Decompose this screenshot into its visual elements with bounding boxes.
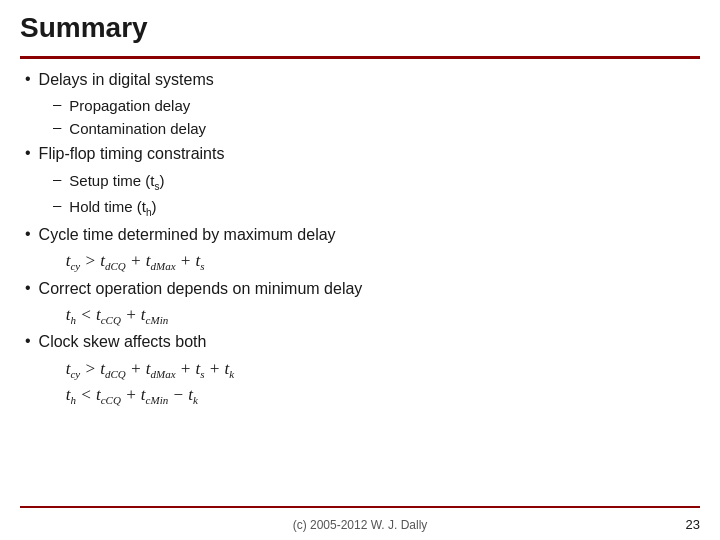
bullet-symbol-4: •	[25, 279, 31, 297]
sub-item-2-1: – Setup time (ts)	[53, 170, 700, 194]
bullet-text-4: Correct operation depends on minimum del…	[39, 278, 363, 300]
bullet-text-2: Flip-flop timing constraints	[39, 143, 225, 165]
footer: (c) 2005-2012 W. J. Dally	[0, 518, 720, 532]
copyright-text: (c) 2005-2012 W. J. Dally	[293, 518, 428, 532]
slide: Summary • Delays in digital systems – Pr…	[0, 0, 720, 540]
formula-5b: th < tcCQ + tcMin − tk	[53, 385, 700, 406]
dash-2-1: –	[53, 170, 61, 187]
bottom-divider	[20, 506, 700, 508]
bullet-4: • Correct operation depends on minimum d…	[25, 278, 700, 300]
dash-2-2: –	[53, 196, 61, 213]
sub-text-2-2: Hold time (th)	[69, 196, 156, 220]
bullet-text-1: Delays in digital systems	[39, 69, 214, 91]
sub-item-1-1: – Propagation delay	[53, 95, 700, 116]
bullet-5: • Clock skew affects both	[25, 331, 700, 353]
formula-3: tcy > tdCQ + tdMax + ts	[53, 251, 700, 272]
bullet-text-5: Clock skew affects both	[39, 331, 207, 353]
slide-content: • Delays in digital systems – Propagatio…	[20, 69, 700, 407]
formula-5b-text: th < tcCQ + tcMin − tk	[66, 385, 198, 406]
slide-title: Summary	[20, 12, 700, 50]
sub-item-1-2: – Contamination delay	[53, 118, 700, 139]
bullet-text-3: Cycle time determined by maximum delay	[39, 224, 336, 246]
formula-5a-text: tcy > tdCQ + tdMax + ts + tk	[66, 359, 234, 380]
top-divider	[20, 56, 700, 59]
formula-4-text: th < tcCQ + tcMin	[66, 305, 168, 326]
bullet-3: • Cycle time determined by maximum delay	[25, 224, 700, 246]
sub-text-1-2: Contamination delay	[69, 118, 206, 139]
dash-1-2: –	[53, 118, 61, 135]
sub-item-2-2: – Hold time (th)	[53, 196, 700, 220]
bullet-symbol-2: •	[25, 144, 31, 162]
sub-text-2-1: Setup time (ts)	[69, 170, 164, 194]
sub-text-1-1: Propagation delay	[69, 95, 190, 116]
formula-3-text: tcy > tdCQ + tdMax + ts	[66, 251, 205, 272]
bullet-1: • Delays in digital systems	[25, 69, 700, 91]
page-number: 23	[686, 517, 700, 532]
bullet-symbol-5: •	[25, 332, 31, 350]
formula-4: th < tcCQ + tcMin	[53, 305, 700, 326]
bullet-symbol-1: •	[25, 70, 31, 88]
formula-5a: tcy > tdCQ + tdMax + ts + tk	[53, 359, 700, 380]
dash-1-1: –	[53, 95, 61, 112]
bullet-2: • Flip-flop timing constraints	[25, 143, 700, 165]
bullet-symbol-3: •	[25, 225, 31, 243]
